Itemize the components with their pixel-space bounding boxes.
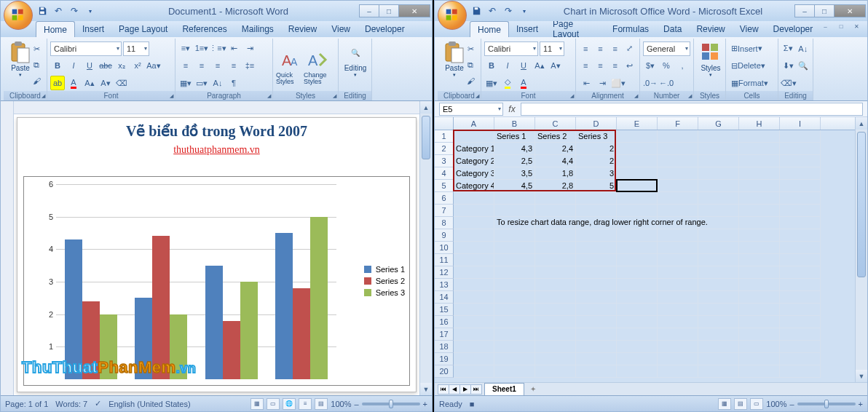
row-header[interactable]: 20 xyxy=(435,365,454,378)
tab-mailings[interactable]: Mailings xyxy=(234,21,281,37)
cell[interactable] xyxy=(576,316,617,328)
cell[interactable]: 4,4 xyxy=(535,155,576,167)
cell[interactable] xyxy=(617,365,658,378)
cell[interactable] xyxy=(617,254,658,266)
tab-nav-next-icon[interactable]: ▶ xyxy=(459,384,471,395)
undo-icon[interactable]: ↶ xyxy=(52,4,65,17)
cell[interactable] xyxy=(535,304,576,316)
bold-button[interactable]: B xyxy=(484,58,499,73)
cell[interactable] xyxy=(658,365,698,378)
cell[interactable] xyxy=(739,130,780,143)
tab-pagelayout[interactable]: Page Layout xyxy=(111,21,175,37)
document-heading[interactable]: Vẽ biểu đồ trong Word 2007 xyxy=(17,122,416,140)
cell[interactable] xyxy=(780,143,821,155)
status-language[interactable]: English (United States) xyxy=(108,400,191,408)
orientation-icon[interactable]: ⤢ xyxy=(623,41,636,56)
workbook-minimize-icon[interactable]: – xyxy=(819,21,832,31)
tab-nav-first-icon[interactable]: ⏮ xyxy=(438,384,449,395)
maximize-button[interactable]: □ xyxy=(814,4,835,17)
save-icon[interactable] xyxy=(36,4,49,17)
cell[interactable] xyxy=(494,316,535,328)
tab-insert[interactable]: Insert xyxy=(509,21,545,37)
copy-icon[interactable]: ⧉ xyxy=(463,58,478,72)
cell[interactable] xyxy=(617,192,658,205)
cell[interactable] xyxy=(617,130,658,143)
valign-mid-icon[interactable]: ≡ xyxy=(593,41,607,56)
cell[interactable]: Category 3 xyxy=(454,167,494,180)
tab-nav-last-icon[interactable]: ⏭ xyxy=(470,384,482,395)
cell[interactable] xyxy=(739,143,780,155)
justify-icon[interactable]: ≡ xyxy=(226,58,241,73)
zoom-in-icon[interactable]: + xyxy=(423,400,427,408)
shrink-font-icon[interactable]: A▾ xyxy=(98,76,113,90)
cell[interactable] xyxy=(739,304,780,316)
cell[interactable]: 3 xyxy=(576,167,617,180)
cell[interactable] xyxy=(454,353,494,365)
column-header[interactable]: F xyxy=(658,117,698,130)
column-header[interactable]: E xyxy=(617,117,658,130)
vertical-scrollbar[interactable]: ▲ ▼ xyxy=(419,101,432,395)
cell[interactable] xyxy=(739,192,780,205)
font-name-combo[interactable]: Calibri xyxy=(50,41,122,56)
cell[interactable] xyxy=(535,242,576,254)
zoom-out-icon[interactable]: – xyxy=(789,400,794,408)
maximize-button[interactable]: □ xyxy=(379,4,399,17)
cell[interactable] xyxy=(494,279,535,291)
autosum-icon[interactable]: Σ▾ xyxy=(781,41,795,56)
vertical-ruler[interactable] xyxy=(1,101,14,395)
row-header[interactable]: 2 xyxy=(435,143,454,155)
cell[interactable] xyxy=(617,353,658,365)
cut-icon[interactable]: ✂ xyxy=(29,41,44,56)
row-header[interactable]: 12 xyxy=(435,266,454,279)
cell[interactable] xyxy=(658,291,698,304)
view-fullscreen-icon[interactable]: ▭ xyxy=(267,398,280,410)
cell[interactable] xyxy=(780,242,821,254)
cell[interactable] xyxy=(658,304,698,316)
view-normal-icon[interactable]: ▦ xyxy=(718,398,731,410)
underline-button[interactable]: U xyxy=(82,58,97,73)
cell[interactable] xyxy=(535,316,576,328)
cell[interactable] xyxy=(535,279,576,291)
cell[interactable] xyxy=(658,192,698,205)
cell[interactable] xyxy=(698,229,739,242)
cell[interactable] xyxy=(780,155,821,167)
row-header[interactable]: 17 xyxy=(435,328,454,341)
cell[interactable] xyxy=(739,217,780,229)
tab-developer[interactable]: Developer xyxy=(766,21,821,37)
tab-home[interactable]: Home xyxy=(470,21,509,37)
cell[interactable]: Series 2 xyxy=(535,130,576,143)
cell[interactable] xyxy=(698,192,739,205)
merge-icon[interactable]: ⬜▾ xyxy=(611,76,626,90)
cell[interactable]: 2,5 xyxy=(494,155,535,167)
cell[interactable] xyxy=(576,353,617,365)
group-label[interactable]: Font xyxy=(47,91,175,100)
cell[interactable] xyxy=(576,341,617,353)
cell[interactable] xyxy=(739,229,780,242)
cell[interactable] xyxy=(454,365,494,378)
cell[interactable] xyxy=(617,229,658,242)
cell[interactable] xyxy=(780,205,821,217)
close-button[interactable]: ✕ xyxy=(834,4,866,17)
cell[interactable] xyxy=(739,353,780,365)
scroll-up-icon[interactable]: ▲ xyxy=(420,101,432,114)
formula-input[interactable] xyxy=(521,103,863,116)
cell[interactable] xyxy=(698,143,739,155)
italic-button[interactable]: I xyxy=(66,58,81,73)
column-header[interactable]: H xyxy=(739,117,780,130)
group-label[interactable]: Font xyxy=(481,91,575,100)
qat-dropdown-icon[interactable]: ▾ xyxy=(84,4,97,17)
tab-pagelayout[interactable]: Page Layout xyxy=(545,21,605,37)
numbering-icon[interactable]: 1≡▾ xyxy=(194,41,209,56)
cell[interactable] xyxy=(617,143,658,155)
scrollbar-thumb[interactable] xyxy=(422,116,430,159)
cell[interactable] xyxy=(658,167,698,180)
cell[interactable]: 2,8 xyxy=(535,180,576,192)
tab-home[interactable]: Home xyxy=(36,21,75,37)
cell[interactable] xyxy=(658,341,698,353)
sort-filter-icon[interactable]: A↓ xyxy=(797,41,810,56)
scroll-down-icon[interactable]: ▼ xyxy=(856,370,867,382)
number-format-combo[interactable]: General xyxy=(643,41,690,56)
tab-view[interactable]: View xyxy=(324,21,358,37)
view-draft-icon[interactable]: ▤ xyxy=(315,398,328,410)
status-words[interactable]: Words: 7 xyxy=(55,400,87,408)
